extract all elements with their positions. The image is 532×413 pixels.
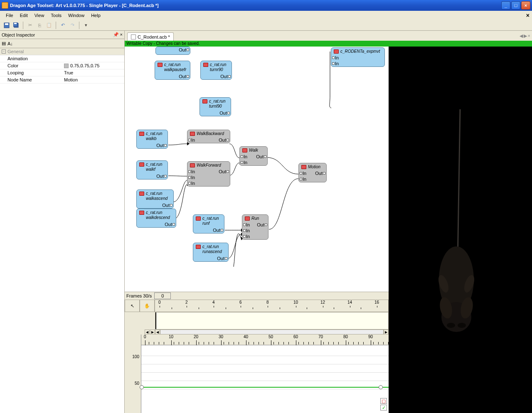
scroll-right-icon[interactable]: ▶ [150, 329, 155, 334]
toggle-red[interactable]: ▢ [380, 398, 387, 404]
node-run[interactable]: Run InOut In In [242, 214, 268, 240]
app-icon [2, 2, 8, 9]
node-walkf[interactable]: c_rat.run walkf Out [136, 160, 168, 179]
close-button[interactable]: × [521, 1, 530, 10]
title-bar: Dragon Age Toolset: Art v1.0.0.775 - Sin… [0, 0, 532, 11]
collapse-icon[interactable]: − [2, 49, 6, 54]
categorize-icon[interactable]: ▤ [2, 41, 6, 46]
title-text: Dragon Age Toolset: Art v1.0.0.775 - Sin… [10, 3, 501, 8]
object-inspector-panel: Object Inspector 📌 × ▤ A↓ − General Anim… [0, 31, 125, 413]
tab-crodent[interactable]: C_Rodent.acb * [127, 32, 174, 41]
prop-nodename[interactable]: Node Name Motion [0, 76, 124, 84]
node-walkforward[interactable]: WalkForward InOut In In [187, 161, 230, 187]
document-icon [131, 34, 136, 39]
svg-point-12 [447, 323, 455, 328]
node-top-anim[interactable]: Out [155, 47, 190, 55]
pan-tool[interactable]: ✋ [140, 300, 155, 312]
new-icon[interactable]: ▾ [82, 21, 90, 30]
blend-icon [301, 165, 306, 169]
menu-edit[interactable]: Edit [17, 12, 31, 19]
node-walkascend[interactable]: c_rat.run walkascend Out [136, 189, 174, 209]
menu-window[interactable]: Window [65, 12, 88, 19]
svg-point-13 [458, 323, 466, 328]
frames-label: Frames 30/s [126, 293, 152, 298]
anim-icon [334, 49, 339, 54]
paste-icon[interactable]: 📋 [45, 21, 53, 30]
playhead[interactable] [155, 312, 156, 329]
anim-icon [139, 132, 144, 136]
panel-close-icon[interactable]: × [120, 32, 123, 37]
blend-icon [190, 163, 195, 167]
toggle-green[interactable]: ✓ [380, 405, 387, 411]
blend-icon [245, 216, 250, 221]
node-turnr90[interactable]: c_rat.run turnr90 Out [200, 61, 232, 80]
node-turnl90[interactable]: c_rat.run turnl90 Out [200, 97, 231, 116]
timeline-track[interactable] [155, 312, 389, 329]
menu-tools[interactable]: Tools [47, 12, 65, 19]
tab-close-icon[interactable]: × [528, 33, 530, 39]
blend-icon [242, 148, 247, 152]
anim-icon [139, 211, 144, 215]
mdi-close-icon[interactable]: × [526, 12, 530, 19]
3d-preview[interactable] [389, 47, 532, 413]
anim-icon [158, 63, 163, 67]
current-frame[interactable]: 0 [154, 293, 171, 299]
anim-icon [196, 216, 201, 221]
curve-handle-end[interactable] [379, 385, 383, 389]
svg-rect-1 [5, 23, 8, 25]
anim-icon [203, 63, 208, 67]
pin-icon[interactable]: 📌 [113, 32, 119, 37]
select-tool[interactable]: ↖ [125, 300, 140, 312]
prop-animation[interactable]: Animation [0, 55, 124, 62]
tab-next-icon[interactable]: ▶ [524, 33, 527, 39]
curve-line[interactable] [141, 387, 389, 388]
menu-bar: File Edit View Tools Window Help × [0, 11, 532, 20]
inspector-title: Object Inspector [2, 32, 113, 37]
graph-ruler[interactable]: 0102030405060708090 [141, 334, 389, 345]
sort-icon[interactable]: A↓ [7, 41, 13, 46]
redo-icon[interactable]: ↷ [68, 21, 76, 30]
anim-icon [139, 192, 144, 196]
undo-icon[interactable]: ↶ [59, 21, 67, 30]
save-all-icon[interactable] [12, 21, 20, 30]
node-walkdescend[interactable]: c_rat.run walkdescend Out [136, 209, 176, 228]
copy-icon[interactable]: ⎘ [35, 21, 44, 30]
prop-color[interactable]: Color 0.75,0.75,0.75 [0, 62, 124, 69]
node-walkpausefr[interactable]: c_rat.run walkpausefr Out [155, 61, 190, 80]
maximize-button[interactable]: □ [511, 1, 520, 10]
property-grid: − General Animation Color 0.75,0.75,0.75… [0, 48, 124, 413]
timeline-panel: Frames 30/s 0 ↖ ✋ 0246810121416 [125, 292, 389, 413]
node-motion[interactable]: Motion InOut In [298, 163, 327, 182]
node-expmvt[interactable]: c_RODENTa_expmvt In In [331, 47, 385, 67]
menu-help[interactable]: Help [88, 12, 104, 19]
timeline-ruler-1[interactable]: 0246810121416 [155, 300, 389, 312]
node-runascend[interactable]: c_rat.run runascend Out [193, 243, 229, 262]
anim-icon [202, 99, 207, 103]
prop-looping[interactable]: Looping True [0, 69, 124, 76]
curve-handle-start[interactable] [140, 385, 144, 389]
writable-status: Writable Copy - Changes can be saved. [125, 41, 532, 47]
category-general[interactable]: − General [0, 48, 124, 55]
node-canvas[interactable]: Out c_rat.run walkpausefr Out c_rat.run … [125, 47, 389, 292]
save-icon[interactable] [2, 21, 11, 30]
hscroll-left-icon[interactable]: ◀ [155, 329, 160, 334]
hscroll-bar[interactable] [160, 329, 384, 334]
node-walkbackward[interactable]: WalkBackward InOut [187, 130, 230, 143]
menu-view[interactable]: View [31, 12, 48, 19]
scroll-left-icon[interactable]: ◀ [145, 329, 150, 334]
menu-file[interactable]: File [2, 12, 17, 19]
tab-prev-icon[interactable]: ◀ [520, 33, 523, 39]
anim-icon [139, 162, 144, 167]
hscroll-right-icon[interactable]: ▶ [384, 329, 389, 334]
curve-graph[interactable]: 100 50 0102030405060708090 [125, 334, 389, 413]
color-swatch [64, 64, 69, 68]
blend-icon [190, 132, 195, 136]
node-walkb[interactable]: c_rat.run walkb Out [136, 130, 168, 149]
minimize-button[interactable]: _ [501, 1, 510, 10]
svg-line-5 [458, 109, 460, 263]
toolbar: ✂ ⎘ 📋 ↶ ↷ ▾ [0, 20, 532, 31]
cut-icon[interactable]: ✂ [26, 21, 34, 30]
node-walk[interactable]: Walk InOut In [239, 146, 268, 166]
node-runf[interactable]: c_rat.run runf Out [193, 214, 224, 234]
svg-rect-4 [14, 23, 17, 24]
